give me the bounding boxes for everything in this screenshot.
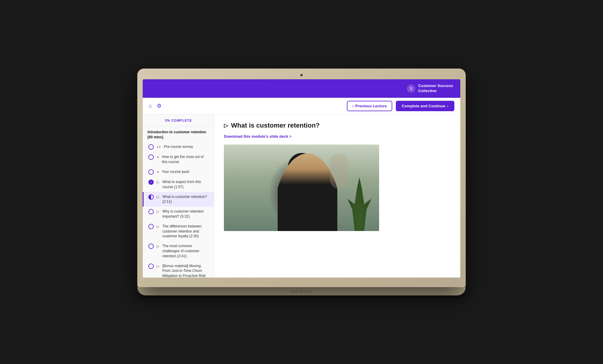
- slide-deck-link[interactable]: Download this module's slide deck >: [224, 134, 292, 139]
- home-icon[interactable]: ⌂: [149, 103, 152, 109]
- list-item[interactable]: <> Pre-course survey: [143, 142, 214, 152]
- item-label: Why is customer retention important? (5:…: [162, 209, 209, 219]
- status-empty-icon: [148, 244, 154, 249]
- brand-logo: S Customer Success Collective: [407, 83, 453, 94]
- app-header: S Customer Success Collective: [143, 79, 460, 98]
- status-empty-icon: [148, 144, 154, 150]
- screen: S Customer Success Collective ⌂ ⚙ ‹ Prev…: [143, 79, 460, 278]
- progress-bar: 3% COMPLETE: [143, 114, 214, 126]
- list-item[interactable]: ▷ Why is customer retention important? (…: [143, 207, 214, 222]
- list-item[interactable]: ▷ The most common challenges of customer…: [143, 241, 214, 261]
- video-icon: ▷: [157, 180, 159, 184]
- video-icon: ▷: [157, 264, 159, 268]
- video-icon: ▷: [157, 244, 159, 248]
- status-empty-icon: [148, 224, 154, 229]
- status-empty-icon: [148, 169, 154, 175]
- item-label: The most common challenges of customer r…: [162, 244, 209, 258]
- item-label: Your course pack: [162, 169, 189, 174]
- chevron-right-icon: ›: [447, 104, 448, 108]
- video-play-icon: ▷: [224, 122, 228, 129]
- plant-decoration: [347, 177, 371, 231]
- person-body: [278, 154, 337, 231]
- lesson-title: ▷ What is customer retention?: [224, 122, 451, 129]
- section-title: Introduction to customer retention [60 m…: [143, 126, 214, 142]
- status-empty-icon: [148, 209, 154, 214]
- code-icon: <>: [157, 145, 161, 149]
- progress-text: 3% COMPLETE: [165, 119, 192, 122]
- text-icon: ≡: [157, 155, 159, 159]
- chevron-left-icon: ‹: [352, 104, 353, 108]
- list-item[interactable]: ▷ What is customer retention? (2:11): [143, 192, 214, 207]
- item-label: Pre-course survey: [164, 144, 193, 149]
- list-item[interactable]: ▷ [Bonus material] Moving From Just-in-T…: [143, 261, 214, 278]
- status-empty-icon: [148, 154, 154, 160]
- video-icon: ▷: [157, 210, 159, 214]
- nav-bar: ⌂ ⚙ ‹ Previous Lecture Complete and Cont…: [143, 98, 460, 114]
- laptop-container: S Customer Success Collective ⌂ ⚙ ‹ Prev…: [137, 69, 466, 295]
- brand-icon: S: [407, 84, 415, 93]
- laptop-base: MacBook: [137, 287, 466, 295]
- macbook-label: MacBook: [291, 289, 312, 294]
- nav-left: ⌂ ⚙: [149, 103, 161, 109]
- video-icon: ▷: [157, 195, 159, 199]
- nav-right: ‹ Previous Lecture Complete and Continue…: [347, 101, 454, 111]
- video-icon: ▷: [157, 224, 159, 229]
- item-label: What is customer retention? (2:11): [162, 194, 209, 205]
- list-item[interactable]: ✓ ▷ What to expect from this course (1:5…: [143, 177, 214, 192]
- status-half-icon: [148, 194, 154, 200]
- list-item[interactable]: ▷ The differences between customer reten…: [143, 222, 214, 241]
- video-thumbnail[interactable]: [224, 145, 379, 231]
- complete-continue-button[interactable]: Complete and Continue ›: [396, 101, 454, 111]
- status-empty-icon: [148, 264, 154, 269]
- text-icon: ≡: [157, 170, 159, 174]
- main-content: ▷ What is customer retention? Download t…: [214, 114, 460, 278]
- sidebar: 3% COMPLETE Introduction to customer ret…: [143, 114, 214, 278]
- settings-icon[interactable]: ⚙: [157, 103, 161, 109]
- prev-lecture-button[interactable]: ‹ Previous Lecture: [347, 101, 392, 111]
- item-label: [Bonus material] Moving From Just-in-Tim…: [162, 264, 209, 278]
- app-body: 3% COMPLETE Introduction to customer ret…: [143, 114, 460, 278]
- brand-name: Customer Success Collective: [418, 83, 453, 94]
- camera: [300, 74, 303, 76]
- item-label: How to get the most out of this course: [162, 154, 209, 165]
- list-item[interactable]: ≡ How to get the most out of this course: [143, 152, 214, 167]
- item-label: What to expect from this course (1:57): [162, 179, 209, 190]
- list-item[interactable]: ≡ Your course pack: [143, 167, 214, 177]
- item-label: The differences between customer retenti…: [162, 224, 209, 239]
- status-check-icon: ✓: [148, 179, 154, 185]
- screen-bezel: S Customer Success Collective ⌂ ⚙ ‹ Prev…: [137, 69, 466, 287]
